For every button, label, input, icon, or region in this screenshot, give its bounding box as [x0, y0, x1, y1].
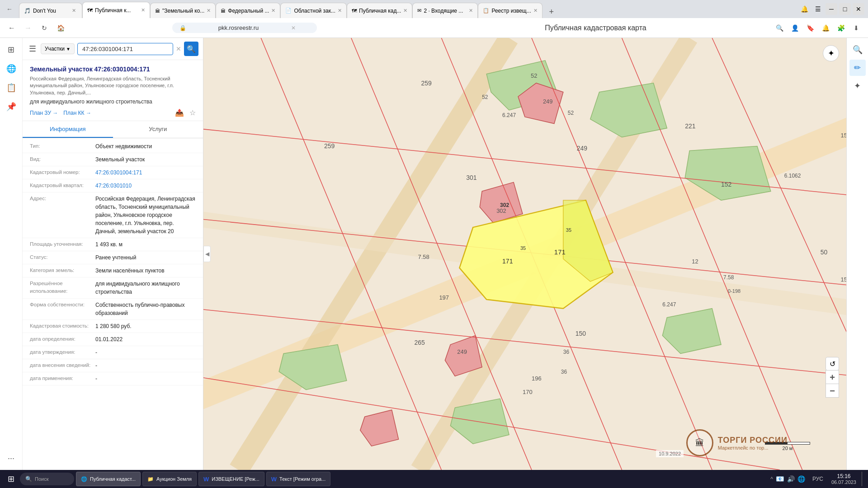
window-menu-btn[interactable]: ☰ [812, 3, 824, 15]
tab3-close[interactable]: ✕ [207, 8, 211, 14]
tab-6[interactable]: 🗺 Публичная кад... ✕ [347, 3, 412, 18]
tab8-close[interactable]: ✕ [533, 8, 538, 14]
tab2-title: Публичная к... [95, 7, 139, 14]
tray-volume-icon[interactable]: 🔊 [787, 475, 795, 483]
tab-services[interactable]: Услуги [113, 121, 203, 138]
map-rotate-btn[interactable]: ↺ [826, 357, 839, 371]
tab5-title: Областной зак... [294, 8, 335, 14]
tab3-title: "Земельный ко... [162, 8, 204, 14]
svg-text:302: 302 [500, 202, 509, 208]
sidebar-three-dots-icon[interactable]: ··· [3, 450, 19, 466]
taskbar-item-2[interactable]: 📁 Аукцион Земля [142, 472, 197, 486]
taskbar-clock: 15:16 06.07.2023 [828, 473, 860, 485]
taskbar-search[interactable]: 🔍 Поиск [20, 473, 74, 485]
collapse-panel-btn[interactable]: ◀ [203, 246, 211, 262]
map-container[interactable]: 259 52 249 52 52 6.247 221 259 249 301 3… [203, 38, 846, 470]
toolbar-bookmark-icon[interactable]: 🔖 [804, 22, 816, 34]
window-close-btn[interactable]: ✕ [853, 3, 864, 15]
detail-row: Кадастровый квартал:47:26:0301010 [23, 179, 203, 192]
tab6-close[interactable]: ✕ [403, 8, 407, 14]
svg-text:259: 259 [324, 142, 335, 150]
svg-text:52: 52 [531, 72, 537, 79]
tab5-close[interactable]: ✕ [338, 8, 342, 14]
share-icon[interactable]: 📤 [175, 108, 184, 117]
taskbar-item1-icon: 🌐 [81, 476, 87, 482]
taskbar-item-4[interactable]: W Текст [Режим огра... [266, 472, 331, 486]
tab-3[interactable]: 🏛 "Земельный ко... ✕ [150, 3, 216, 18]
nav-back-btn[interactable]: ← [5, 22, 18, 34]
zoom-out-btn[interactable]: − [826, 384, 839, 398]
sidebar-globe-icon[interactable]: 🌐 [3, 61, 19, 77]
right-panel-search-icon[interactable]: 🔍 [849, 42, 866, 58]
right-panel-compass-icon[interactable]: ✦ [849, 78, 866, 94]
plan-kk-link[interactable]: План КК → [63, 110, 91, 116]
toolbar-notification-icon[interactable]: 🔔 [819, 22, 832, 34]
right-panel-pencil-icon[interactable]: ✏ [849, 60, 866, 76]
nav-refresh-btn[interactable]: ↻ [38, 22, 51, 34]
tab4-close[interactable]: ✕ [271, 8, 275, 14]
tray-network-icon[interactable]: 🌐 [797, 475, 805, 483]
clear-address-icon[interactable]: ✕ [291, 25, 296, 31]
start-button[interactable]: ⊞ [4, 472, 18, 486]
search-type-dropdown[interactable]: Участки ▼ [41, 43, 75, 54]
window-back-btn[interactable]: ← [4, 3, 15, 15]
language-btn[interactable]: РУС [810, 476, 826, 482]
zoom-in-btn[interactable]: + [826, 370, 839, 384]
search-input[interactable] [77, 43, 173, 55]
sidebar-home-icon[interactable]: ⊞ [3, 42, 19, 58]
toolbar-search-icon[interactable]: 🔍 [773, 22, 786, 34]
taskbar-item2-label: Аукцион Земля [156, 476, 192, 482]
taskbar-item4-label: Текст [Режим огра... [279, 476, 326, 482]
toolbar-extensions-icon[interactable]: 🧩 [835, 22, 847, 34]
tab-8[interactable]: 📋 Реестр извещ... ✕ [478, 3, 542, 18]
menu-icon[interactable]: ☰ [27, 42, 38, 56]
property-header: Земельный участок 47:26:0301004:171 Росс… [23, 60, 203, 121]
toolbar-download-icon[interactable]: ⬇ [850, 22, 863, 34]
svg-text:249: 249 [457, 348, 467, 355]
tab7-close[interactable]: ✕ [469, 8, 473, 14]
nav-forward-btn[interactable]: → [22, 22, 34, 34]
taskbar-desktop-btn[interactable] [862, 472, 864, 486]
detail-value: Объект недвижимости [95, 142, 196, 150]
new-tab-button[interactable]: + [545, 5, 558, 18]
sidebar-pin-icon[interactable]: 📌 [3, 99, 19, 115]
svg-text:7.58: 7.58 [723, 274, 734, 281]
svg-text:196: 196 [532, 375, 542, 382]
tab2-close[interactable]: ✕ [141, 7, 145, 13]
search-button[interactable]: 🔍 [184, 42, 198, 56]
search-clear-btn[interactable]: ✕ [176, 45, 181, 52]
details-table: Тип:Объект недвижимостиВид:Земельный уча… [23, 138, 203, 387]
tab-1[interactable]: 🎵 Don't You ✕ [19, 3, 82, 18]
taskbar-item-1[interactable]: 🌐 Публичная кадаст... [76, 472, 141, 486]
bookmark-star-icon[interactable]: ☆ [189, 108, 196, 117]
window-minimize-btn[interactable]: ─ [826, 3, 837, 15]
window-notifications-btn[interactable]: 🔔 [798, 3, 810, 15]
window-maximize-btn[interactable]: □ [839, 3, 851, 15]
nav-home-btn[interactable]: 🏠 [54, 22, 67, 34]
tab1-close[interactable]: ✕ [71, 7, 77, 14]
map-svg: 259 52 249 52 52 6.247 221 259 249 301 3… [203, 38, 846, 470]
detail-label: Кадастровый номер: [30, 169, 95, 176]
tab-5[interactable]: 📄 Областной зак... ✕ [280, 3, 347, 18]
tray-mail-icon[interactable]: 📧 [776, 475, 784, 483]
detail-value: 1 280 580 руб. [95, 322, 196, 330]
map-compass[interactable]: ✦ [823, 45, 839, 61]
detail-value[interactable]: 47:26:0301004:171 [95, 169, 196, 177]
tab-7[interactable]: ✉ 2 · Входящие ... ✕ [412, 3, 478, 18]
map-date: 10.9.2022 [656, 450, 684, 457]
taskbar-item-3[interactable]: W ИЗВЕЩЕНИЕ [Реж... [198, 472, 264, 486]
tab-info[interactable]: Информация [23, 121, 113, 138]
watermark: 🏛 ТОРГИ РОССИИ Маркетплейс по тор... [686, 429, 788, 456]
detail-value[interactable]: 47:26:0301010 [95, 182, 196, 190]
plan-zu-link[interactable]: План ЗУ → [30, 110, 58, 116]
detail-label: Площадь уточненная: [30, 240, 95, 248]
address-bar-input[interactable] [189, 24, 288, 31]
detail-row: Адрес:Российская Федерация, Ленинградска… [23, 192, 203, 238]
svg-text:6.247: 6.247 [502, 112, 516, 118]
tray-show-hidden-icon[interactable]: ^ [770, 476, 773, 482]
sidebar-clipboard-icon[interactable]: 📋 [3, 80, 19, 96]
tab-4[interactable]: 🏛 Федеральный ... ✕ [216, 3, 280, 18]
toolbar-user-icon[interactable]: 👤 [788, 22, 801, 34]
svg-text:0-198: 0-198 [728, 288, 741, 294]
tab-2-active[interactable]: 🗺 Публичная к... ✕ [82, 2, 150, 18]
